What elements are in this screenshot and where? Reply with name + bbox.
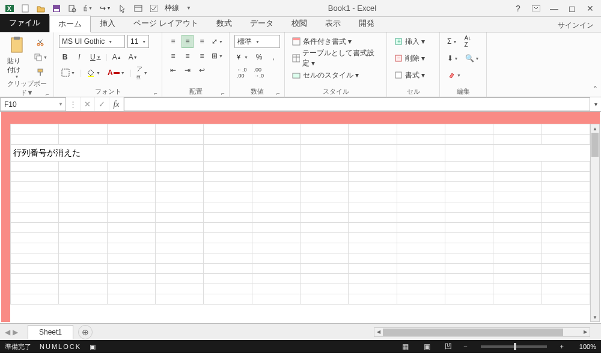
format-cells-button[interactable]: 書式 ▾: [392, 68, 435, 82]
fill-button[interactable]: ⬇: [445, 52, 460, 65]
font-name-select[interactable]: MS UI Gothic: [59, 35, 125, 48]
checkbox-icon[interactable]: [147, 2, 161, 15]
scroll-right-icon[interactable]: ▶: [581, 328, 590, 336]
comma-button[interactable]: ,: [267, 50, 279, 64]
align-left-button[interactable]: ≡: [167, 49, 179, 62]
fill-color-button[interactable]: [84, 66, 103, 79]
orientation-button[interactable]: ⤢: [210, 35, 224, 48]
borders-label[interactable]: 枠線: [162, 3, 182, 13]
signin-link[interactable]: サインイン: [554, 17, 597, 34]
wrap-text-button[interactable]: ↩: [196, 64, 208, 77]
tab-file[interactable]: ファイル: [0, 14, 49, 32]
increase-indent-button[interactable]: ⇥: [182, 64, 194, 77]
vscroll-thumb[interactable]: [591, 133, 599, 157]
insert-function-button[interactable]: fx: [109, 97, 124, 111]
increase-decimal-button[interactable]: ←.0.00: [234, 66, 249, 79]
tab-developer[interactable]: 開発: [350, 15, 383, 32]
tab-review[interactable]: 校閲: [282, 15, 316, 32]
name-box[interactable]: F10: [0, 97, 66, 111]
insert-cells-button[interactable]: +挿入 ▾: [392, 35, 435, 48]
open-icon[interactable]: [34, 2, 48, 15]
qat-dropdown-icon[interactable]: ▼: [183, 5, 195, 11]
hscroll-thumb[interactable]: [383, 329, 563, 336]
percent-button[interactable]: %: [253, 50, 265, 64]
align-right-button[interactable]: ≡: [196, 49, 208, 62]
quick-print-icon[interactable]: [81, 2, 95, 15]
pointer-icon[interactable]: [115, 2, 130, 15]
font-size-select[interactable]: 11: [127, 35, 149, 48]
form-icon[interactable]: [131, 2, 145, 15]
shrink-font-button[interactable]: A▼: [126, 50, 140, 64]
save-icon[interactable]: [49, 2, 64, 15]
font-launcher-icon[interactable]: ⌐: [152, 90, 159, 97]
add-sheet-button[interactable]: ⊕: [78, 325, 93, 339]
minimize-icon[interactable]: —: [546, 2, 563, 15]
phonetic-button[interactable]: ア亜: [134, 66, 150, 79]
expand-formula-bar-icon[interactable]: ▾: [590, 97, 601, 111]
print-preview-icon[interactable]: [65, 2, 79, 15]
excel-icon[interactable]: X: [2, 2, 17, 15]
find-button[interactable]: 🔍: [463, 52, 481, 65]
format-as-table-button[interactable]: テーブルとして書式設定 ▾: [290, 52, 382, 65]
sheet-tab-1[interactable]: Sheet1: [28, 325, 73, 339]
italic-button[interactable]: I: [73, 50, 85, 64]
paste-button[interactable]: 貼り付け ▼: [5, 35, 29, 80]
enter-formula-button[interactable]: ✓: [95, 97, 109, 111]
underline-button[interactable]: U: [88, 50, 103, 64]
page-layout-view-button[interactable]: ▣: [420, 341, 433, 352]
align-center-button[interactable]: ≡: [182, 49, 194, 62]
alignment-launcher-icon[interactable]: ⌐: [219, 90, 227, 97]
macro-record-icon[interactable]: ▣: [90, 343, 96, 351]
cell-grid[interactable]: 行列番号が消えた: [10, 124, 590, 322]
decrease-indent-button[interactable]: ⇤: [167, 64, 179, 77]
bold-button[interactable]: B: [59, 50, 71, 64]
sort-filter-button[interactable]: A↓Z: [462, 35, 474, 48]
vertical-scrollbar[interactable]: ▲ ▼: [590, 124, 600, 322]
close-icon[interactable]: ✕: [582, 2, 599, 15]
collapse-ribbon-icon[interactable]: ˄: [589, 32, 601, 97]
zoom-in-button[interactable]: +: [560, 343, 564, 350]
sheet-prev-icon[interactable]: ◀: [5, 328, 10, 336]
cell-content[interactable]: 行列番号が消えた: [11, 145, 156, 162]
normal-view-button[interactable]: ▦: [398, 341, 412, 352]
tab-pagelayout[interactable]: ページ レイアウト: [124, 15, 207, 32]
zoom-level[interactable]: 100%: [572, 343, 596, 350]
merge-button[interactable]: ⊞: [210, 49, 224, 62]
conditional-format-button[interactable]: 条件付き書式 ▾: [290, 35, 382, 48]
scroll-up-icon[interactable]: ▲: [591, 124, 599, 133]
zoom-slider[interactable]: [481, 345, 547, 348]
copy-button[interactable]: [31, 50, 50, 64]
cancel-formula-button[interactable]: ✕: [81, 97, 95, 111]
clear-button[interactable]: [445, 68, 463, 82]
page-break-view-button[interactable]: 凹: [442, 341, 455, 352]
formula-input[interactable]: [124, 97, 590, 111]
delete-cells-button[interactable]: −削除 ▾: [392, 52, 435, 65]
tab-formulas[interactable]: 数式: [207, 15, 241, 32]
align-bottom-button[interactable]: ≡: [196, 35, 208, 48]
tab-home[interactable]: ホーム: [49, 16, 91, 32]
grow-font-button[interactable]: A▲: [110, 50, 124, 64]
ribbon-options-icon[interactable]: [528, 2, 545, 15]
tab-data[interactable]: データ: [241, 15, 282, 32]
tab-view[interactable]: 表示: [316, 15, 350, 32]
zoom-thumb[interactable]: [514, 343, 516, 350]
currency-button[interactable]: ¥: [234, 50, 251, 64]
redo-icon[interactable]: ↪▼: [96, 2, 114, 15]
align-middle-button[interactable]: ≡: [182, 35, 194, 48]
sheet-next-icon[interactable]: ▶: [13, 328, 18, 336]
new-icon[interactable]: [18, 2, 32, 15]
scroll-left-icon[interactable]: ◀: [374, 328, 383, 336]
help-icon[interactable]: ?: [510, 2, 526, 15]
horizontal-scrollbar[interactable]: ◀ ▶: [374, 327, 590, 337]
zoom-out-button[interactable]: −: [463, 343, 467, 350]
decrease-decimal-button[interactable]: .00→.0: [252, 66, 267, 79]
number-format-select[interactable]: 標準: [234, 35, 280, 48]
align-top-button[interactable]: ≡: [167, 35, 179, 48]
borders-button[interactable]: [59, 66, 78, 79]
cell-styles-button[interactable]: セルのスタイル ▾: [290, 68, 382, 82]
format-painter-button[interactable]: [31, 65, 50, 79]
autosum-button[interactable]: Σ: [445, 35, 459, 48]
tab-insert[interactable]: 挿入: [91, 15, 124, 32]
scroll-down-icon[interactable]: ▼: [591, 313, 599, 321]
font-color-button[interactable]: A: [105, 66, 127, 79]
